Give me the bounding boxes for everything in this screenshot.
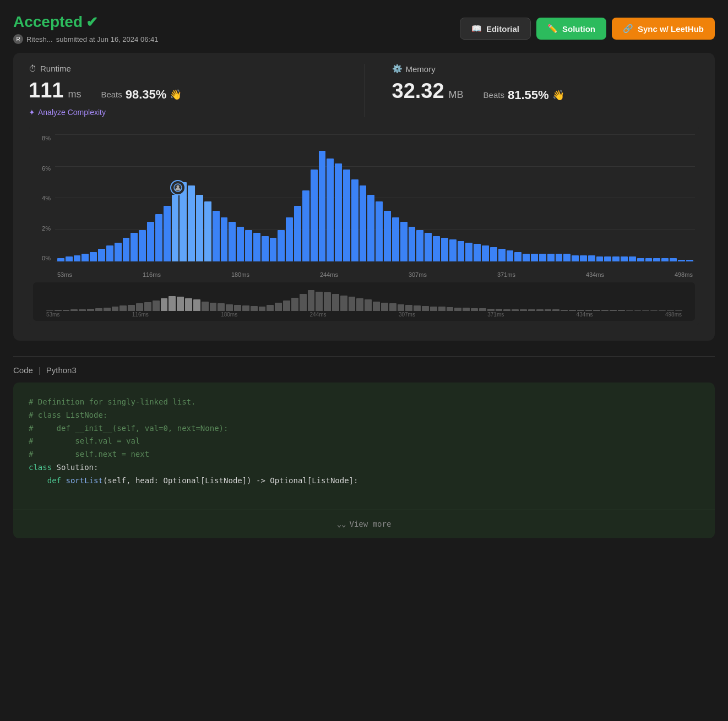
editorial-label: Editorial	[486, 24, 519, 34]
bar-item	[416, 230, 423, 262]
view-more-label: View more	[350, 518, 392, 531]
mini-bar-item	[79, 309, 86, 311]
code-line-2: # class ListNode:	[29, 409, 699, 422]
mini-bar-item	[675, 310, 682, 311]
bar-item	[425, 233, 432, 261]
mini-chart[interactable]: 53ms 116ms 180ms 244ms 307ms 371ms 434ms…	[33, 282, 695, 321]
mini-bar-item	[398, 304, 405, 311]
vertical-divider	[364, 64, 365, 117]
bar-item	[474, 244, 481, 261]
bar-item	[66, 256, 73, 261]
sync-button[interactable]: 🔗 Sync w/ LeetHub	[612, 18, 715, 40]
mini-bar-item	[218, 303, 225, 311]
bar-item	[286, 217, 293, 262]
bar-item	[270, 238, 277, 261]
mini-bar-item	[471, 308, 478, 311]
mini-bar-item	[601, 310, 609, 311]
mini-bar-item	[512, 309, 519, 311]
code-line-6: class Solution:	[29, 461, 699, 474]
mini-bar-item	[642, 310, 649, 311]
mini-label-434: 434ms	[577, 312, 593, 318]
view-more[interactable]: ⌄⌄ View more	[13, 510, 715, 539]
mini-bar-item	[536, 309, 544, 311]
x-label-307: 307ms	[409, 271, 427, 278]
section-divider	[13, 356, 715, 357]
bar-item	[367, 195, 374, 261]
mini-bar-item	[561, 310, 568, 311]
bar-item	[196, 195, 203, 261]
book-icon: 📖	[471, 24, 482, 34]
mini-label-180: 180ms	[221, 312, 237, 318]
bar-item	[458, 241, 465, 261]
bar-item	[670, 258, 677, 261]
mini-bar-item	[112, 307, 119, 311]
chart-area	[55, 135, 695, 261]
bar-item	[90, 252, 97, 261]
mini-bar-item	[70, 309, 78, 311]
mini-bar-item	[283, 301, 290, 311]
code-line-5: # self.next = next	[29, 448, 699, 461]
bar-item	[531, 254, 538, 261]
mini-bar-item	[316, 292, 323, 311]
mini-bar-item	[454, 308, 461, 312]
mini-bar-item	[422, 306, 429, 311]
bar-item	[498, 249, 506, 261]
x-label-434: 434ms	[586, 271, 604, 278]
bar-item	[335, 163, 342, 261]
mini-bar-item	[593, 310, 600, 311]
gear-icon: ⚙️	[392, 64, 403, 74]
chevron-down-icon: ⌄⌄	[337, 518, 346, 531]
mini-bar-item	[381, 303, 388, 311]
mini-bar-item	[577, 310, 584, 311]
code-line-1: # Definition for singly-linked list.	[29, 396, 699, 409]
mini-bar-item	[340, 296, 347, 311]
mini-bar-item	[389, 303, 396, 311]
bar-item	[351, 179, 358, 262]
bar-item	[507, 250, 514, 261]
memory-unit: MB	[449, 89, 464, 101]
editorial-button[interactable]: 📖 Editorial	[460, 18, 531, 40]
bar-item	[465, 243, 472, 262]
mini-bar-item	[634, 310, 642, 311]
runtime-block: ⏱ Runtime 111 ms Beats 98.35% 👋 ✦ Analyz…	[29, 64, 336, 117]
bar-item	[376, 201, 383, 261]
x-label-498: 498ms	[675, 271, 693, 278]
mini-bar-item	[650, 310, 658, 311]
mini-bar-item	[447, 307, 454, 311]
solution-button[interactable]: ✏️ Solution	[536, 18, 606, 40]
x-label-244: 244ms	[320, 271, 338, 278]
mini-bar-item	[87, 309, 94, 311]
solution-label: Solution	[562, 24, 595, 34]
chart-container: 0% 2% 4% 6% 8%	[29, 126, 699, 325]
memory-beats: Beats 81.55% 👋	[483, 88, 564, 102]
mini-bar-item	[520, 309, 527, 311]
stats-row: ⏱ Runtime 111 ms Beats 98.35% 👋 ✦ Analyz…	[29, 64, 699, 117]
mini-bar-item	[414, 305, 421, 311]
mini-bar-item	[55, 310, 62, 311]
mini-bar-item	[373, 302, 380, 311]
bar-item	[490, 247, 497, 261]
bar-item	[172, 195, 179, 261]
analyze-link[interactable]: ✦ Analyze Complexity	[29, 108, 106, 117]
bar-item	[213, 211, 220, 261]
mini-bar-item	[405, 305, 412, 311]
mini-label-116: 116ms	[132, 312, 149, 318]
bar-item	[123, 238, 130, 261]
mini-bar-item	[202, 302, 209, 311]
y-label-8: 8%	[33, 135, 53, 141]
sync-label: Sync w/ LeetHub	[638, 24, 704, 34]
submitted-at: submitted at Jun 16, 2024 06:41	[56, 35, 159, 43]
code-line-7: def sortList(self, head: Optional[ListNo…	[29, 474, 699, 488]
wave-icon: 👋	[170, 89, 182, 101]
submitted-info: R Ritesh... submitted at Jun 16, 2024 06…	[13, 34, 158, 44]
mini-bar-item	[349, 297, 356, 311]
bar-item	[523, 254, 530, 261]
mini-bar-item	[153, 301, 160, 311]
runtime-unit: ms	[68, 89, 81, 100]
bar-item	[653, 258, 660, 261]
accepted-label: Accepted	[13, 13, 83, 31]
bar-item	[580, 255, 587, 262]
mini-bar-item	[259, 307, 266, 311]
runtime-title: ⏱ Runtime	[29, 64, 336, 73]
x-label-53: 53ms	[57, 271, 72, 278]
